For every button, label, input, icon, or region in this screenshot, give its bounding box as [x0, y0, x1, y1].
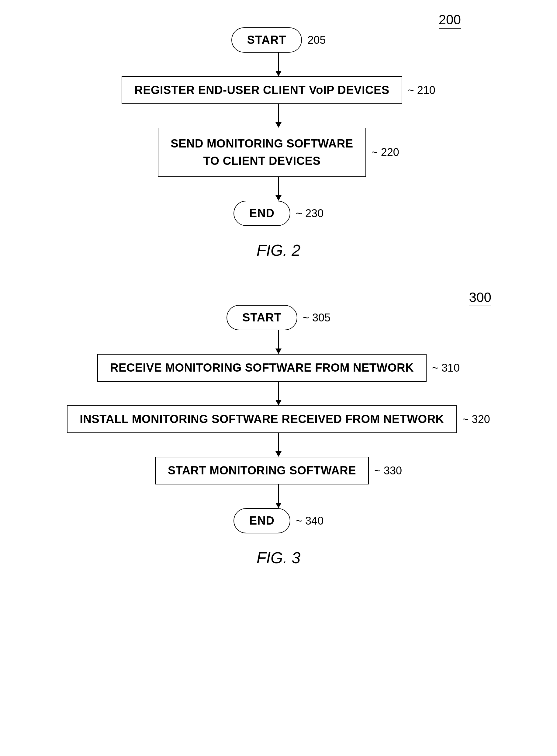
arrow2 [275, 104, 282, 128]
fig2-step220-row: SEND MONITORING SOFTWARETO CLIENT DEVICE… [158, 128, 399, 177]
fig3-start-row: START ~ 305 [227, 305, 330, 330]
fig2-start-oval: START [231, 27, 302, 53]
fig2-caption: FIG. 2 [257, 241, 300, 259]
fig2-step220-ref: ~ 220 [372, 146, 399, 159]
fig3-step320-ref: ~ 320 [463, 413, 490, 426]
fig2-start-ref: 205 [307, 34, 326, 47]
fig3-step310-box: RECEIVE MONITORING SOFTWARE FROM NETWORK [97, 354, 427, 382]
fig3-diagram: 300 START ~ 305 RECEIVE MONITORING SOFTW… [0, 290, 557, 573]
fig3-end-row: END ~ 340 [234, 508, 323, 533]
fig3-caption: FIG. 3 [257, 549, 300, 567]
fig2-step210-ref: ~ 210 [408, 84, 435, 97]
fig2-start-row: START 205 [231, 27, 326, 53]
fig3-end-oval: END [234, 508, 290, 533]
arrow6 [275, 433, 282, 457]
arrow4 [275, 330, 282, 354]
fig3-ref: 300 [469, 290, 491, 305]
fig2-step210-row: REGISTER END-USER CLIENT VoIP DEVICES ~ … [122, 76, 435, 104]
fig3-step330-row: START MONITORING SOFTWARE ~ 330 [155, 457, 402, 485]
fig3-start-ref: ~ 305 [303, 311, 330, 324]
fig3-start-oval: START [227, 305, 297, 330]
fig2-step220-box: SEND MONITORING SOFTWARETO CLIENT DEVICE… [158, 128, 366, 177]
page-container: 200 START 205 REGISTER END-USER CLIENT V… [0, 12, 557, 591]
fig3-step320-row: INSTALL MONITORING SOFTWARE RECEIVED FRO… [67, 405, 490, 433]
fig3-step330-ref: ~ 330 [374, 464, 402, 477]
fig3-step330-box: START MONITORING SOFTWARE [155, 457, 369, 485]
fig2-step210-box: REGISTER END-USER CLIENT VoIP DEVICES [122, 76, 402, 104]
fig2-end-row: END ~ 230 [234, 201, 323, 226]
fig2-ref: 200 [439, 12, 461, 27]
fig3-step310-row: RECEIVE MONITORING SOFTWARE FROM NETWORK… [97, 354, 460, 382]
fig3-step320-box: INSTALL MONITORING SOFTWARE RECEIVED FRO… [67, 405, 457, 433]
arrow1 [275, 53, 282, 76]
fig2-end-ref: ~ 230 [296, 207, 323, 220]
arrow5 [275, 382, 282, 405]
fig3-end-ref: ~ 340 [296, 515, 323, 527]
arrow7 [275, 485, 282, 508]
arrow3 [275, 177, 282, 201]
fig2-diagram: 200 START 205 REGISTER END-USER CLIENT V… [0, 12, 557, 265]
fig3-step310-ref: ~ 310 [432, 361, 460, 374]
fig2-end-oval: END [234, 201, 290, 226]
